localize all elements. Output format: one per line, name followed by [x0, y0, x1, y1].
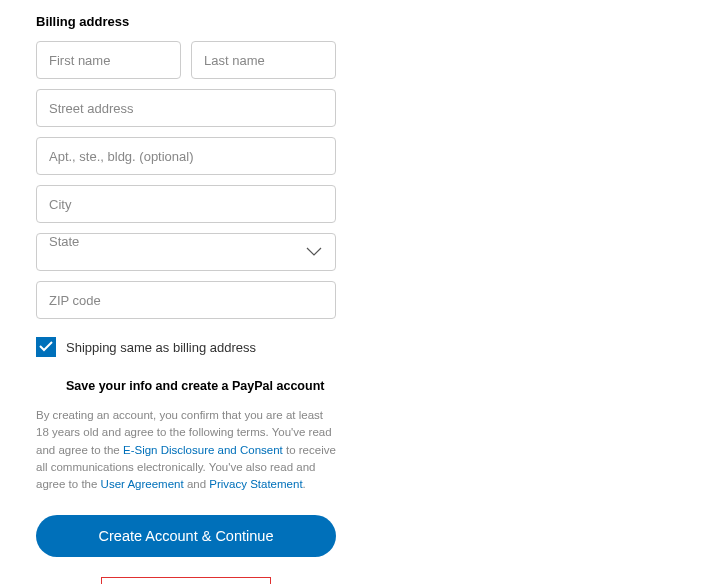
city-input[interactable]	[36, 185, 336, 223]
save-info-subheading: Save your info and create a PayPal accou…	[66, 379, 336, 393]
shipping-same-checkbox[interactable]	[36, 337, 56, 357]
billing-address-heading: Billing address	[36, 14, 336, 29]
user-agreement-link[interactable]: User Agreement	[101, 478, 184, 490]
terms-text: By creating an account, you confirm that…	[36, 407, 336, 493]
privacy-statement-link[interactable]: Privacy Statement	[209, 478, 302, 490]
create-account-button[interactable]: Create Account & Continue	[36, 515, 336, 557]
continue-as-guest-button[interactable]: Continue as Guest	[101, 577, 271, 584]
apt-input[interactable]	[36, 137, 336, 175]
last-name-input[interactable]	[191, 41, 336, 79]
zip-input[interactable]	[36, 281, 336, 319]
state-select[interactable]: State	[36, 233, 336, 271]
street-address-input[interactable]	[36, 89, 336, 127]
first-name-input[interactable]	[36, 41, 181, 79]
shipping-same-label: Shipping same as billing address	[66, 340, 256, 355]
check-icon	[39, 338, 53, 356]
esign-link[interactable]: E-Sign Disclosure and Consent	[123, 444, 283, 456]
